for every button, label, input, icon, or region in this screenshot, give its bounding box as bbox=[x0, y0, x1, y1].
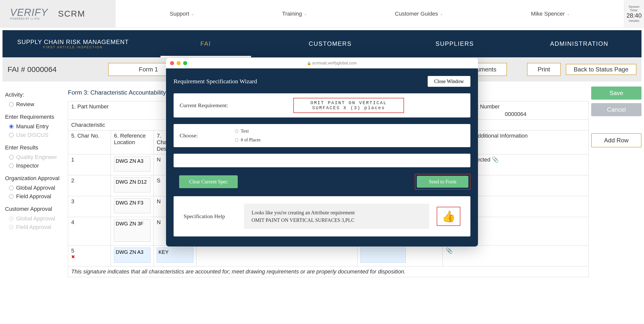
radio-ga-label: Global Approval bbox=[16, 185, 55, 191]
radio-cust-global-approval: Global Approval bbox=[5, 214, 63, 223]
cell-ref-input[interactable] bbox=[114, 219, 150, 242]
nav-guides[interactable]: Customer Guides⌄ bbox=[395, 11, 443, 17]
radio-places-label: # of Places bbox=[241, 137, 261, 143]
radio-global-approval[interactable]: Global Approval bbox=[5, 184, 63, 192]
send-highlight: Send to Form bbox=[415, 174, 470, 190]
logo-verify-text: VERIFY bbox=[10, 7, 48, 17]
radio-cust-field-approval: Field Approval bbox=[5, 223, 63, 231]
session-time: 28:40 bbox=[624, 12, 644, 19]
radio-qe-label: Quality Engineer bbox=[16, 154, 57, 160]
radio-manual-label: Manual Entry bbox=[16, 123, 49, 130]
cancel-button[interactable]: Cancel bbox=[591, 103, 641, 116]
radio-review-label: Review bbox=[16, 101, 34, 108]
radio-manual-entry[interactable]: Manual Entry bbox=[5, 122, 63, 131]
session-timer: Session Timer: 28:40 minutes bbox=[624, 0, 644, 27]
nav-user-label: Mike Spencer bbox=[531, 11, 565, 17]
radio-text-input[interactable] bbox=[235, 130, 238, 133]
radio-cfa-input bbox=[9, 225, 14, 229]
current-requirement-panel: Current Requirement: OMIT PAINT ON VERTI… bbox=[174, 93, 470, 117]
paperclip-icon[interactable]: 📎 bbox=[443, 246, 589, 266]
radio-review[interactable]: Review bbox=[5, 100, 63, 109]
paperclip-icon[interactable]: 📎 bbox=[492, 156, 499, 163]
page-title: FAI # 0000064 bbox=[8, 65, 103, 74]
cell-designator-input[interactable] bbox=[157, 248, 193, 263]
requirement-wizard-modal: 🔒scrmuat.verifyglobal.com Requirement Sp… bbox=[166, 58, 478, 247]
logo-scrm: SCRM bbox=[58, 9, 85, 19]
cell-blank-input[interactable] bbox=[360, 248, 406, 263]
chevron-down-icon: ⌄ bbox=[567, 12, 570, 16]
current-requirement-label: Current Requirement: bbox=[180, 102, 230, 109]
radio-inspector[interactable]: Inspector bbox=[5, 161, 63, 170]
logo-verify: VERIFY POWERED BY ▢ iVIS bbox=[10, 7, 48, 20]
thumbs-up-icon: 👍 bbox=[437, 207, 460, 226]
right-actions: Save Cancel Add Row bbox=[591, 87, 641, 277]
main-nav-tabs: FAI CUSTOMERS SUPPLIERS ADMINISTRATION bbox=[143, 30, 641, 57]
tab-customers[interactable]: CUSTOMERS bbox=[268, 30, 392, 57]
clear-spec-button[interactable]: Clear Current Spec bbox=[179, 175, 238, 188]
signature-note: This signature indicates that all charac… bbox=[68, 266, 589, 277]
cell-ref-input[interactable] bbox=[114, 156, 150, 172]
radio-manual-input[interactable] bbox=[9, 124, 14, 129]
radio-text[interactable]: Text bbox=[235, 129, 464, 134]
back-to-status-button[interactable]: Back to Status Page bbox=[566, 64, 636, 75]
cell-ref-input[interactable] bbox=[114, 248, 150, 263]
current-requirement-value: OMIT PAINT ON VERTICAL SURFACES X (3) pl… bbox=[293, 98, 404, 113]
radio-places[interactable]: # of Places bbox=[235, 137, 464, 143]
add-row-button[interactable]: Add Row bbox=[591, 133, 641, 147]
sidebar: Activity: Review Enter Requirements Manu… bbox=[3, 87, 65, 277]
tab-administration[interactable]: ADMINISTRATION bbox=[517, 30, 641, 57]
radio-insp-label: Inspector bbox=[16, 163, 39, 169]
cell-char-no: 1 bbox=[68, 154, 111, 175]
cell-char-no: 4 bbox=[68, 217, 111, 246]
modal-body: Requirement Specification Wizard Close W… bbox=[166, 68, 478, 247]
nav-support-label: Support bbox=[170, 11, 189, 17]
sidebar-enter-results-header: Enter Results bbox=[5, 144, 63, 151]
radio-qe-input[interactable] bbox=[9, 155, 14, 159]
sidebar-enter-requirements-header: Enter Requirements bbox=[5, 114, 63, 120]
choose-options: Text # of Places bbox=[235, 129, 464, 143]
choose-panel: Choose: Text # of Places bbox=[174, 124, 470, 147]
nav-user[interactable]: Mike Spencer⌄ bbox=[531, 11, 570, 17]
close-window-button[interactable]: Close Window bbox=[428, 76, 470, 87]
tab-suppliers[interactable]: SUPPLIERS bbox=[392, 30, 517, 57]
main-nav-brand: SUPPLY CHAIN RISK MANAGEMENT FIRST ARTIC… bbox=[3, 30, 143, 57]
delete-icon[interactable]: ✖ bbox=[71, 254, 108, 260]
spec-help-panel: Specification Help Looks like you're cre… bbox=[174, 196, 470, 236]
close-icon[interactable] bbox=[170, 61, 174, 65]
radio-ga-input[interactable] bbox=[9, 186, 14, 190]
save-button[interactable]: Save bbox=[591, 87, 641, 100]
modal-url: 🔒scrmuat.verifyglobal.com bbox=[190, 61, 474, 65]
modal-titlebar: 🔒scrmuat.verifyglobal.com bbox=[166, 58, 478, 68]
radio-fa-label: Field Approval bbox=[16, 193, 51, 200]
tab-fai[interactable]: FAI bbox=[143, 30, 268, 57]
print-button[interactable]: Print bbox=[527, 63, 560, 76]
radio-fa-input[interactable] bbox=[9, 194, 14, 199]
maximize-icon[interactable] bbox=[183, 61, 187, 65]
minimize-icon[interactable] bbox=[177, 61, 181, 65]
nav-support[interactable]: Support⌄ bbox=[170, 11, 194, 17]
radio-places-input[interactable] bbox=[235, 138, 238, 142]
choose-label: Choose: bbox=[180, 132, 230, 139]
radio-cga-label: Global Approval bbox=[16, 215, 55, 222]
send-to-form-button[interactable]: Send to Form bbox=[417, 176, 468, 188]
radio-quality-engineer[interactable]: Quality Engineer bbox=[5, 153, 63, 161]
radio-review-input[interactable] bbox=[9, 102, 14, 107]
sidebar-activity-header: Activity: bbox=[5, 92, 63, 98]
cell-ref-input[interactable] bbox=[114, 198, 150, 213]
lock-icon: 🔒 bbox=[307, 61, 311, 65]
radio-field-approval[interactable]: Field Approval bbox=[5, 192, 63, 201]
col-ref-location: 6. Reference Location bbox=[111, 131, 154, 154]
nav-training-label: Training bbox=[282, 11, 302, 17]
cell-char-no: 3 bbox=[68, 196, 111, 217]
radio-discus-input[interactable] bbox=[9, 133, 14, 137]
modal-title: Requirement Specification Wizard bbox=[174, 78, 257, 85]
session-label2: Timer: bbox=[624, 9, 644, 12]
cell-char-no: 2 bbox=[68, 175, 111, 196]
radio-cga-input bbox=[9, 216, 14, 221]
nav-training[interactable]: Training⌄ bbox=[282, 11, 307, 17]
blank-panel bbox=[174, 154, 470, 167]
cell-ref-input[interactable] bbox=[114, 177, 150, 192]
main-nav: SUPPLY CHAIN RISK MANAGEMENT FIRST ARTIC… bbox=[3, 30, 641, 57]
radio-use-discus[interactable]: Use DISCUS bbox=[5, 131, 63, 139]
radio-insp-input[interactable] bbox=[9, 164, 14, 168]
